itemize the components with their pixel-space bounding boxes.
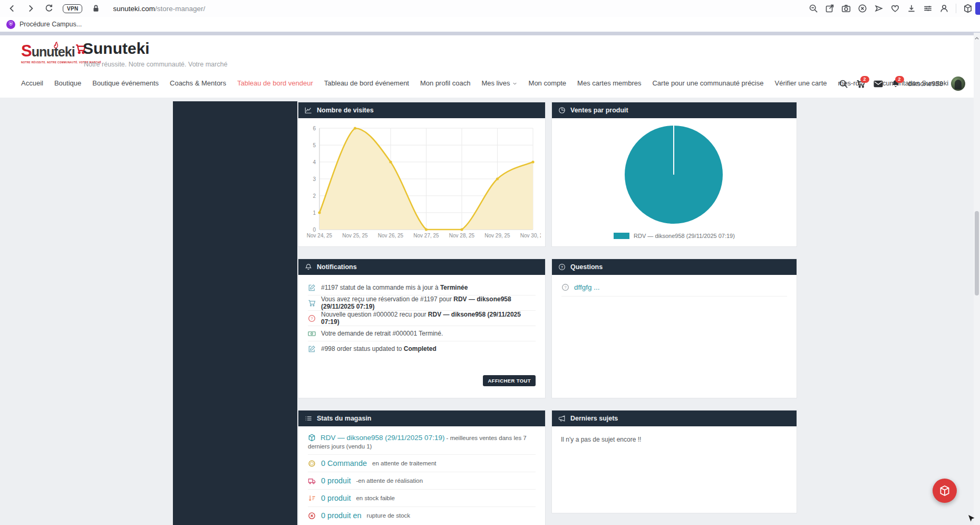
stats-link[interactable]: 0 produit en <box>321 511 362 520</box>
download-icon[interactable] <box>907 4 916 13</box>
banknote-icon <box>308 330 316 338</box>
nav-item-tableau-de-bord-vendeur[interactable]: Tableau de bord vendeur <box>237 79 313 87</box>
site-logo[interactable]: Sunuteki NOTRE RÉUSSITE. NOTRE COMMUNAUT… <box>21 42 84 64</box>
svg-text:?: ? <box>311 316 313 321</box>
nav-item-mes-cartes-membres[interactable]: Mes cartes membres <box>577 79 641 87</box>
stats-link[interactable]: 0 Commande <box>321 459 367 467</box>
coin-icon <box>308 460 316 467</box>
sliders-icon[interactable] <box>923 4 933 13</box>
notification-text: #998 order status updated to Completed <box>321 345 436 352</box>
stats-rest-text: rupture de stock <box>367 512 410 519</box>
chrome-divider <box>0 32 980 35</box>
pie-legend: RDV — diksone958 (29/11/2025 07:19) <box>552 233 797 239</box>
pie-chart-icon <box>558 107 566 114</box>
nav-item-boutique-v-nements[interactable]: Boutique événements <box>92 79 159 87</box>
back-icon[interactable] <box>7 4 17 13</box>
notification-text: Votre demande de retrait #000001 Terminé… <box>321 330 443 337</box>
nav-item-mon-profil-coach[interactable]: Mon profil coach <box>420 79 470 87</box>
notification-text: Vous avez reçu une réservation de #1197 … <box>321 295 536 310</box>
heart-icon[interactable] <box>890 4 900 13</box>
topics-card-title: Derniers sujets <box>570 415 618 422</box>
stats-link[interactable]: 0 produit <box>321 494 351 502</box>
question-link[interactable]: dffgfg ... <box>574 283 600 291</box>
fab-products-button[interactable] <box>933 479 957 503</box>
zoom-out-icon[interactable] <box>809 4 818 13</box>
legend-swatch <box>614 233 629 239</box>
page-scrollbar[interactable] <box>974 33 980 525</box>
visits-card: Nombre de visites 0123456Nov 24, 25Nov 2… <box>298 102 546 247</box>
nav-item-mon-compte[interactable]: Mon compte <box>529 79 567 87</box>
nav-item-boutique[interactable]: Boutique <box>54 79 81 87</box>
stats-card: Stats du magasin RDV — diksone958 (29/11… <box>298 410 546 525</box>
scroll-up-arrow[interactable] <box>974 34 979 39</box>
mail-icon[interactable] <box>874 79 883 89</box>
avatar[interactable] <box>951 77 965 91</box>
site-header: Sunuteki NOTRE RÉUSSITE. NOTRE COMMUNAUT… <box>0 35 980 98</box>
chevron-down-icon <box>512 80 518 86</box>
megaphone-icon <box>558 415 566 422</box>
question-circle-icon: ? <box>558 263 566 271</box>
extension-sliver[interactable] <box>975 2 980 15</box>
bookmark-item[interactable]: Procédure Campus... <box>20 21 82 28</box>
visits-card-title: Nombre de visites <box>317 107 374 114</box>
svg-text:5: 5 <box>313 142 316 148</box>
bell-icon[interactable]: 2 <box>891 79 900 89</box>
sales-card-header: Ventes par produit <box>552 102 797 118</box>
camera-icon[interactable] <box>841 4 851 13</box>
stats-rest-text: en stock faible <box>356 495 395 501</box>
questions-card-title: Questions <box>570 263 603 271</box>
visits-card-header: Nombre de visites <box>298 102 545 118</box>
svg-text:1: 1 <box>313 210 316 216</box>
bookmark-favicon: ⛨ <box>6 20 15 29</box>
nav-item-accueil[interactable]: Accueil <box>21 79 43 87</box>
svg-text:Nov 29, 25: Nov 29, 25 <box>484 233 510 238</box>
x-circle-icon <box>308 512 316 520</box>
forward-icon[interactable] <box>26 4 35 13</box>
send-icon[interactable] <box>874 4 884 13</box>
site-tagline: Notre réussite. Notre communauté. Votre … <box>84 61 227 68</box>
notification-item: ?Nouvelle question #000002 recu pour RDV… <box>308 311 536 326</box>
notification-item: Vous avez reçu une réservation de #1197 … <box>308 295 536 311</box>
stats-link[interactable]: 0 produit <box>321 476 351 485</box>
bell-badge: 2 <box>895 76 904 83</box>
username[interactable]: diksone958 <box>908 80 944 88</box>
lock-icon[interactable] <box>91 4 101 13</box>
search-icon[interactable] <box>839 79 848 89</box>
person-icon[interactable] <box>939 4 949 13</box>
svg-text:4: 4 <box>313 159 316 165</box>
svg-text:Nov 27, 25: Nov 27, 25 <box>413 233 439 238</box>
pencil-square-icon <box>308 345 316 353</box>
nav-item-v-rifier-une-carte[interactable]: Vérifier une carte <box>775 79 827 87</box>
url-bar[interactable]: sunuteki.com/store-manager/ <box>113 5 205 13</box>
notification-item: #998 order status updated to Completed <box>308 341 536 356</box>
stats-card-title: Stats du magasin <box>317 415 372 422</box>
scrollbar-thumb[interactable] <box>975 211 979 295</box>
notification-item: Votre demande de retrait #000001 Terminé… <box>308 326 536 341</box>
svg-text:6: 6 <box>313 126 316 131</box>
question-item[interactable]: ? dffgfg ... <box>561 283 787 297</box>
stats-link[interactable]: RDV — diksone958 (29/11/2025 07:19) <box>321 434 444 442</box>
sales-pie-chart <box>552 118 797 224</box>
truck-icon <box>308 477 316 485</box>
svg-text:?: ? <box>561 265 564 270</box>
vpn-badge[interactable]: VPN <box>63 4 82 13</box>
notification-text: #1197 statut de la commande mis à jour à… <box>321 284 468 291</box>
cube-icon <box>939 485 950 497</box>
stats-card-header: Stats du magasin <box>298 411 545 426</box>
share-edit-icon[interactable] <box>825 4 835 13</box>
url-domain: sunuteki.com <box>113 5 155 13</box>
nav-item-coachs-mentors[interactable]: Coachs & Mentors <box>170 79 226 87</box>
stats-item: 0 produit en rupture de stock <box>308 507 536 524</box>
show-all-button[interactable]: AFFICHER TOUT <box>483 375 536 386</box>
nav-item-mes-lives[interactable]: Mes lives <box>481 79 517 87</box>
questions-card-header: ? Questions <box>552 259 797 275</box>
extension-box-icon[interactable] <box>963 4 973 13</box>
cart-icon[interactable]: 2 <box>856 79 866 89</box>
nav-item-carte-pour-une-communaut-pr-cise[interactable]: Carte pour une communauté précise <box>652 79 763 87</box>
reload-icon[interactable] <box>44 4 54 13</box>
notification-item: #1197 statut de la commande mis à jour à… <box>308 280 536 295</box>
x-circle-icon[interactable] <box>858 4 867 13</box>
nav-right-cluster: 2 2 diksone958 <box>839 77 966 91</box>
notifications-card: Notifications #1197 statut de la command… <box>298 259 546 398</box>
nav-item-tableau-de-bord-v-nement[interactable]: Tableau de bord événement <box>324 79 409 87</box>
